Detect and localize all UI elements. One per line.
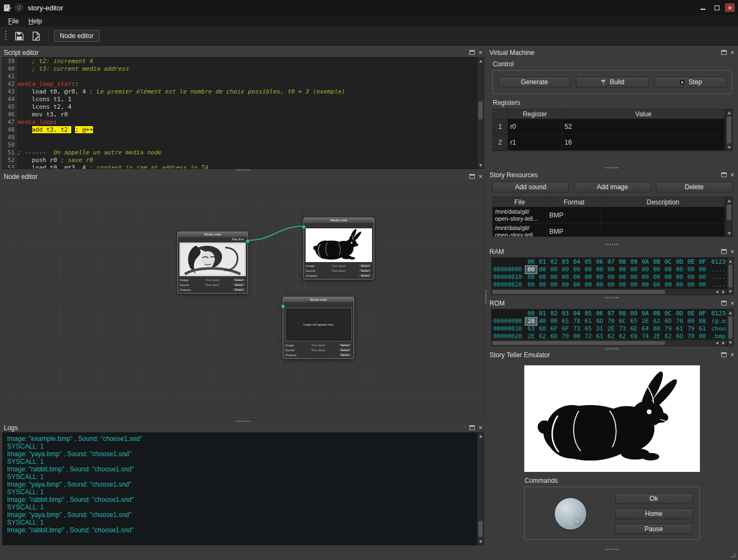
hex-byte-cell[interactable]: 00 xyxy=(537,266,548,273)
register-row[interactable]: 2r116 xyxy=(493,135,725,151)
hex-byte-cell[interactable]: 00 xyxy=(594,266,605,273)
hex-byte-cell[interactable]: 65 xyxy=(560,318,571,325)
hex-byte-cell[interactable]: 00 xyxy=(628,273,640,281)
hex-byte-cell[interactable]: 78 xyxy=(571,318,582,325)
hex-byte-cell[interactable]: 2E xyxy=(525,333,537,340)
node-editor-panel-titlebar[interactable]: Node editor × xyxy=(2,172,484,181)
scroll-thumb[interactable] xyxy=(492,341,665,345)
hex-byte-cell[interactable]: 00 xyxy=(548,281,560,289)
hex-byte-cell[interactable]: 00 xyxy=(651,281,662,289)
hex-byte-cell[interactable]: 61 xyxy=(594,333,605,340)
node-titlebar[interactable]: Media node xyxy=(178,232,247,237)
input-port[interactable] xyxy=(281,304,285,308)
close-panel-icon[interactable]: × xyxy=(730,248,734,255)
script-editor-panel-titlebar[interactable]: Script editor × xyxy=(2,48,484,57)
logs-panel-titlebar[interactable]: Logs × xyxy=(2,423,484,432)
resources-table[interactable]: FileFormatDescription/mnt/data/git/ open… xyxy=(492,197,725,237)
scroll-down-arrow-icon[interactable] xyxy=(726,144,732,151)
hex-byte-cell[interactable]: 70 xyxy=(605,318,617,325)
size-grip[interactable] xyxy=(729,551,736,558)
hex-byte-cell[interactable]: 00 xyxy=(662,273,674,281)
ram-panel-titlebar[interactable]: RAM × xyxy=(488,247,736,256)
toolbar-grip[interactable] xyxy=(4,30,8,42)
rotary-knob[interactable] xyxy=(555,498,586,530)
node-titlebar[interactable]: Media node xyxy=(304,218,374,223)
menu-help[interactable]: Help xyxy=(23,16,47,26)
scroll-thumb[interactable] xyxy=(727,116,731,144)
maximize-button[interactable] xyxy=(711,3,723,13)
node-select-button[interactable]: Select xyxy=(358,273,372,277)
scroll-down-arrow-icon[interactable] xyxy=(728,288,733,295)
hex-byte-cell[interactable]: 6F xyxy=(560,325,571,333)
hex-byte-cell[interactable]: 61 xyxy=(674,325,685,333)
hex-byte-cell[interactable]: 00 xyxy=(662,266,674,273)
output-port[interactable] xyxy=(246,239,250,243)
hex-byte-cell[interactable]: 62 xyxy=(617,333,628,340)
hex-byte-cell[interactable]: 00 xyxy=(697,273,708,281)
hex-byte-cell[interactable]: 00 xyxy=(560,281,571,289)
hex-byte-cell[interactable]: 00 xyxy=(525,266,537,273)
hex-byte-cell[interactable]: 28 xyxy=(525,318,537,325)
hex-byte-cell[interactable]: 61 xyxy=(697,325,708,333)
register-row[interactable]: 1r052 xyxy=(493,119,725,135)
scroll-up-arrow-icon[interactable] xyxy=(477,58,483,64)
hex-byte-cell[interactable]: 72 xyxy=(582,333,594,340)
hex-byte-cell[interactable]: 79 xyxy=(685,325,697,333)
menu-file[interactable]: File xyxy=(3,16,23,26)
hex-byte-cell[interactable]: 00 xyxy=(582,266,594,273)
hex-byte-cell[interactable]: 00 xyxy=(605,273,617,281)
rom-hscrollbar[interactable] xyxy=(491,340,727,346)
hex-byte-cell[interactable]: 00 xyxy=(685,273,697,281)
hex-byte-cell[interactable]: 65 xyxy=(628,318,640,325)
hex-byte-cell[interactable]: 00 xyxy=(685,281,697,289)
float-panel-icon[interactable] xyxy=(721,352,727,357)
hex-byte-cell[interactable]: 00 xyxy=(651,325,662,333)
close-button[interactable]: × xyxy=(725,3,735,12)
hex-byte-cell[interactable]: 00 xyxy=(617,266,628,273)
hex-byte-cell[interactable]: 6C xyxy=(617,318,628,325)
splitter-rom-emulator[interactable] xyxy=(488,347,736,351)
hex-byte-cell[interactable]: 00 xyxy=(594,273,605,281)
node-editor-toolbar-button[interactable]: Node editor xyxy=(54,30,100,42)
registers-table[interactable]: RegisterValue1r0522r116 xyxy=(492,109,725,151)
hex-byte-cell[interactable]: 00 xyxy=(594,281,605,289)
add-sound-button[interactable]: Add sound xyxy=(492,182,569,192)
hex-byte-cell[interactable]: 61 xyxy=(582,318,594,325)
splitter-node-logs[interactable] xyxy=(2,419,484,423)
hex-byte-cell[interactable]: 00 xyxy=(605,281,617,289)
hex-byte-cell[interactable]: 6F xyxy=(548,325,560,333)
hex-byte-cell[interactable]: 00 xyxy=(548,318,560,325)
rom-hex-view[interactable]: 000102030405060708090A0B0C0D0E0F01234567… xyxy=(491,309,727,340)
hex-byte-cell[interactable]: 6D xyxy=(548,333,560,340)
float-panel-icon[interactable] xyxy=(721,50,727,55)
script-editor[interactable]: 39 ; t2: increment 440 ; t3: current med… xyxy=(2,57,477,169)
hex-byte-cell[interactable]: 00 xyxy=(560,266,571,273)
hex-byte-cell[interactable]: 62 xyxy=(651,318,662,325)
float-panel-icon[interactable] xyxy=(721,301,727,306)
build-button[interactable]: Build xyxy=(576,77,648,88)
ram-hex-view[interactable]: 000102030405060708090A0B0C0D0E0F01234567… xyxy=(491,257,727,289)
hex-byte-cell[interactable]: 63 xyxy=(525,325,537,333)
scroll-up-arrow-icon[interactable] xyxy=(726,197,732,204)
hex-byte-cell[interactable]: 00 xyxy=(617,273,628,281)
hex-byte-cell[interactable]: 74 xyxy=(640,333,651,340)
save-button[interactable] xyxy=(12,29,27,43)
export-button[interactable] xyxy=(29,29,44,43)
hex-byte-cell[interactable]: 00 xyxy=(685,266,697,273)
hex-byte-cell[interactable]: 00 xyxy=(628,281,640,289)
node-select-button[interactable]: Select xyxy=(232,288,246,291)
hex-byte-cell[interactable]: 00 xyxy=(651,273,662,281)
scroll-thumb[interactable] xyxy=(478,101,483,120)
hex-byte-cell[interactable]: 00 xyxy=(605,266,617,273)
scroll-up-arrow-icon[interactable] xyxy=(726,109,732,116)
resource-row[interactable]: /mnt/data/git/ open-story-tell…BMP xyxy=(493,207,725,223)
hex-byte-cell[interactable]: 00 xyxy=(697,266,708,273)
hex-byte-cell[interactable]: 70 xyxy=(685,333,697,340)
hex-byte-cell[interactable]: 00 xyxy=(571,266,582,273)
hex-byte-cell[interactable]: 6E xyxy=(628,325,640,333)
logs-scrollbar[interactable] xyxy=(477,432,484,545)
splitter-vm-resources[interactable] xyxy=(488,166,736,170)
hex-byte-cell[interactable]: 31 xyxy=(594,325,605,333)
close-panel-icon[interactable]: × xyxy=(730,300,734,307)
rom-vscrollbar[interactable] xyxy=(727,309,734,346)
